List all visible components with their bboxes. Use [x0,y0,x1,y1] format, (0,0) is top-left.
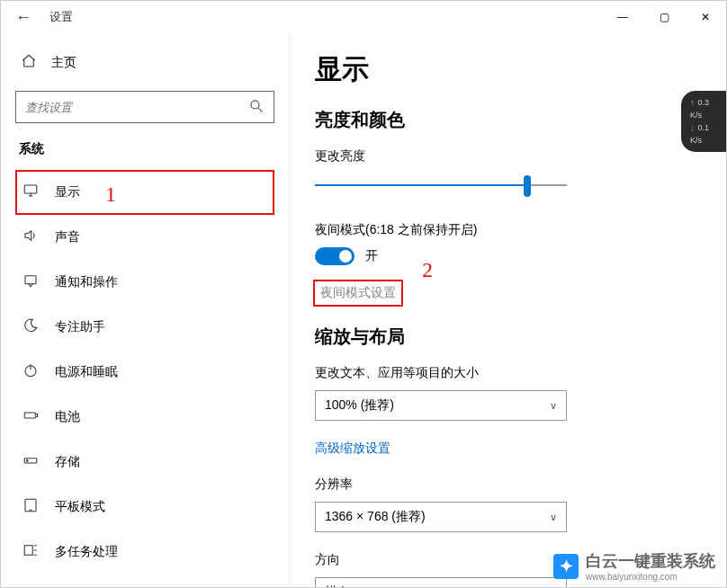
sidebar: 主页 系统 显示 声音 通知和操作 专注助手 电源和 [1,33,289,587]
watermark-url: www.baiyunxitong.com [586,572,715,582]
sidebar-item-label: 专注助手 [55,319,105,335]
battery-icon [22,407,39,427]
maximize-button[interactable]: ▢ [643,3,685,31]
search-icon [248,98,265,117]
storage-icon [22,452,39,472]
orientation-dropdown[interactable]: 横向 ∨ [315,577,567,587]
brightness-label: 更改亮度 [315,148,712,165]
page-title: 显示 [315,51,712,88]
svg-rect-2 [25,276,36,284]
sidebar-item-power[interactable]: 电源和睡眠 [15,350,274,395]
sidebar-item-sound[interactable]: 声音 [15,215,274,260]
sidebar-item-label: 平板模式 [55,499,105,515]
sidebar-item-label: 电池 [55,409,80,425]
download-speed: 0.1 K/s [690,121,721,147]
chevron-down-icon: ∨ [550,512,557,523]
svg-point-6 [27,460,29,462]
window-title: 设置 [49,9,73,25]
scale-dropdown[interactable]: 100% (推荐) ∨ [315,390,567,421]
chevron-down-icon: ∨ [550,400,557,412]
sidebar-item-multitask[interactable]: 多任务处理 [15,530,274,575]
nightlight-settings-link[interactable]: 夜间模式设置 [315,281,401,305]
titlebar: ← 设置 — ▢ ✕ [1,1,726,33]
nightlight-toggle-label: 开 [365,248,378,264]
minimize-button[interactable]: — [602,3,643,31]
sidebar-item-label: 存储 [55,454,80,470]
scale-value: 100% (推荐) [325,397,394,414]
watermark-logo-icon: ✦ [553,554,579,579]
advanced-scale-link[interactable]: 高级缩放设置 [315,441,712,457]
svg-rect-7 [25,499,36,512]
sidebar-item-sharing[interactable]: 体验共享 [15,575,274,588]
annotation-1: 1 [105,183,116,207]
home-button[interactable]: 主页 [15,44,274,82]
netspeed-overlay: 0.3 K/s 0.1 K/s [681,91,726,152]
sidebar-item-storage[interactable]: 存储 [15,440,274,485]
sidebar-item-display[interactable]: 显示 [15,170,274,215]
svg-rect-1 [24,185,37,193]
upload-speed: 0.3 K/s [690,96,721,121]
monitor-icon [22,183,39,202]
sidebar-item-focus[interactable]: 专注助手 [15,305,274,350]
resolution-value: 1366 × 768 (推荐) [325,509,426,525]
resolution-dropdown[interactable]: 1366 × 768 (推荐) ∨ [315,502,567,532]
sidebar-item-battery[interactable]: 电池 [15,395,274,440]
power-icon [22,362,39,382]
resolution-label: 分辨率 [315,477,712,493]
sidebar-item-label: 声音 [55,229,80,245]
sidebar-item-label: 电源和睡眠 [55,364,118,380]
speaker-icon [22,227,39,247]
notification-icon [22,272,39,292]
window-controls: — ▢ ✕ [602,3,726,31]
svg-rect-4 [24,413,35,418]
scale-label: 更改文本、应用等项目的大小 [315,365,712,381]
search-input[interactable] [25,101,248,114]
close-button[interactable]: ✕ [685,3,726,31]
brightness-slider[interactable] [315,174,567,199]
chevron-down-icon: ∨ [550,587,557,588]
annotation-2: 2 [422,258,433,282]
brightness-section-title: 亮度和颜色 [315,108,712,132]
sidebar-item-tablet[interactable]: 平板模式 [15,485,274,530]
watermark-text: 白云一键重装系统 [586,552,715,570]
nightlight-label: 夜间模式(6:18 之前保持开启) [315,222,712,238]
watermark: ✦ 白云一键重装系统 www.baiyunxitong.com [553,550,715,582]
scale-section-title: 缩放与布局 [315,325,712,349]
sidebar-item-notifications[interactable]: 通知和操作 [15,260,274,305]
sidebar-item-label: 显示 [55,184,80,200]
sidebar-section-label: 系统 [19,141,274,157]
orientation-value: 横向 [325,584,350,587]
tablet-icon [22,497,39,517]
nightlight-toggle[interactable] [315,247,355,265]
back-button[interactable]: ← [15,8,31,27]
sidebar-item-label: 通知和操作 [55,274,118,290]
search-box[interactable] [15,91,274,123]
moon-icon [22,317,39,337]
home-icon [21,53,37,73]
home-label: 主页 [51,55,76,71]
sidebar-item-label: 多任务处理 [55,544,118,560]
multitask-icon [22,542,39,562]
content-pane: 显示 亮度和颜色 更改亮度 夜间模式(6:18 之前保持开启) 开 夜间模式设置… [289,33,726,587]
slider-thumb[interactable] [524,175,531,197]
svg-rect-8 [24,546,32,556]
svg-point-0 [251,101,259,109]
